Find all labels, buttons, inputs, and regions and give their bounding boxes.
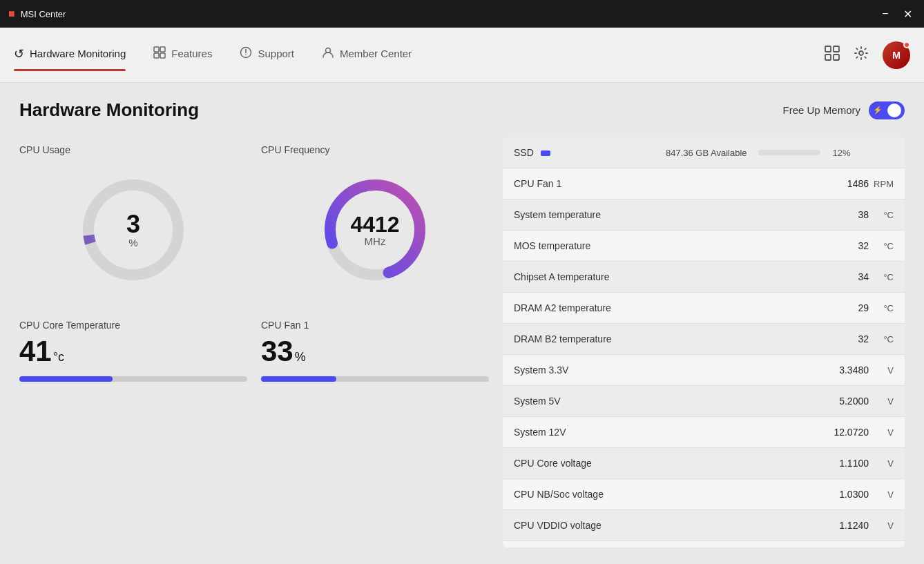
grid-icon[interactable] <box>825 46 840 64</box>
stat-unit: V <box>869 396 894 407</box>
cpu-core-temp-value-row: 41 °c <box>19 335 247 368</box>
nav-right: M <box>825 41 910 69</box>
free-memory-label: Free Up Memory <box>782 104 860 116</box>
stat-row: System 12V 12.0720 V <box>503 417 905 448</box>
ssd-available: 847.36 GB Available <box>666 148 747 158</box>
cpu-frequency-card: CPU Frequency <box>261 137 489 306</box>
stat-unit: °C <box>869 272 894 282</box>
nav-item-features[interactable]: Features <box>153 46 212 64</box>
stat-unit: V <box>869 458 894 469</box>
cpu-fan1-widget-unit: % <box>295 350 306 364</box>
avatar[interactable]: M <box>883 41 910 69</box>
stat-name: System 5V <box>514 396 666 407</box>
svg-point-11 <box>859 51 863 55</box>
stat-value: 5.2000 <box>820 396 869 407</box>
title-bar-controls: − ✕ <box>877 8 916 21</box>
cpu-usage-value: 3 <box>126 212 140 237</box>
stat-unit: °C <box>869 303 894 313</box>
settings-icon[interactable] <box>854 46 869 64</box>
stat-row: MOS temperature 32 °C <box>503 231 905 262</box>
stat-value: 1.1240 <box>820 520 869 531</box>
ssd-bar-bg <box>758 150 820 155</box>
stat-row: System temperature 38 °C <box>503 200 905 231</box>
minimize-button[interactable]: − <box>877 8 894 21</box>
cpu-fan1-widget-bar-fill <box>261 376 336 382</box>
free-memory-toggle[interactable]: ⚡ <box>869 101 905 119</box>
stat-name: System 3.3V <box>514 364 666 376</box>
cpu-usage-unit: % <box>126 237 140 249</box>
stat-name: System temperature <box>514 209 666 220</box>
svg-rect-1 <box>160 47 165 52</box>
cpu-core-temp-bar-fill <box>19 376 113 382</box>
content-area: CPU Usage 3 % <box>19 137 905 547</box>
page-header: Hardware Monitoring Free Up Memory ⚡ <box>19 99 905 121</box>
svg-rect-8 <box>834 46 839 52</box>
svg-rect-0 <box>154 47 159 52</box>
stat-unit: °C <box>869 334 894 344</box>
avatar-dot <box>903 41 910 48</box>
stat-value: 34 <box>820 271 869 282</box>
cpu-core-temp-unit: °c <box>53 350 64 364</box>
bottom-metrics-row: CPU Core Temperature 41 °c CPU Fan 1 33 … <box>19 313 489 389</box>
cpu-core-temp-value: 41 <box>19 335 52 368</box>
support-icon <box>240 46 252 61</box>
stat-row: SSD 847.36 GB Available 12% <box>503 137 905 168</box>
stat-unit: V <box>869 427 894 438</box>
stat-unit: 12% <box>826 148 851 158</box>
cpu-core-temp-card: CPU Core Temperature 41 °c <box>19 313 247 389</box>
nav-item-hardware-monitoring[interactable]: ↺ Hardware Monitoring <box>14 46 126 64</box>
cpu-core-temp-bar-bg <box>19 376 247 382</box>
svg-rect-2 <box>154 53 159 58</box>
nav-label-hardware-monitoring: Hardware Monitoring <box>30 48 126 59</box>
stat-name: CPU VDDIO voltage <box>514 520 666 531</box>
stat-value: 1.0300 <box>820 489 869 500</box>
app-icon: ■ <box>8 8 15 20</box>
svg-point-5 <box>246 54 247 55</box>
hardware-monitoring-icon: ↺ <box>14 46 24 61</box>
cpu-usage-donut: 3 % <box>78 175 189 285</box>
cpu-frequency-label: CPU Frequency <box>261 144 489 155</box>
stat-row: DRAM A2 temperature 29 °C <box>503 293 905 324</box>
stat-value: 32 <box>820 240 869 251</box>
nav-left: ↺ Hardware Monitoring Features <box>14 46 412 64</box>
stat-name: SSD <box>514 147 666 158</box>
svg-rect-10 <box>834 55 839 60</box>
stat-unit: RPM <box>869 179 894 189</box>
stat-unit: °C <box>869 241 894 251</box>
stat-name: CPU NB/Soc voltage <box>514 489 666 500</box>
stat-row: DRAM B2 temperature 32 °C <box>503 324 905 355</box>
cpu-usage-center: 3 % <box>126 212 140 249</box>
stat-name: Chipset A temperature <box>514 271 666 282</box>
stat-name: DRAM B2 temperature <box>514 333 666 344</box>
page-title: Hardware Monitoring <box>19 99 199 121</box>
svg-rect-3 <box>160 53 165 58</box>
stat-unit: °C <box>869 210 894 220</box>
stat-name: CPU Core voltage <box>514 458 666 469</box>
cpu-usage-donut-container: 3 % <box>19 161 247 299</box>
cpu-frequency-donut: 4412 MHz <box>320 175 430 285</box>
cpu-fan1-widget-value: 33 <box>261 335 293 368</box>
stat-name: System 12V <box>514 427 666 438</box>
stat-unit: V <box>869 489 894 500</box>
stat-name: CPU Fan 1 <box>514 178 666 189</box>
cpu-usage-card: CPU Usage 3 % <box>19 137 247 306</box>
nav-item-support[interactable]: Support <box>240 46 294 64</box>
cpu-frequency-center: 4412 MHz <box>350 213 399 247</box>
stat-row: CPU VDDIO voltage 1.1240 V <box>503 510 905 541</box>
stat-unit: V <box>869 365 894 376</box>
title-bar-left: ■ MSI Center <box>8 8 66 20</box>
stat-row: CPU NB/Soc voltage 1.0300 V <box>503 479 905 510</box>
stat-value: 12.0720 <box>820 427 869 438</box>
nav-item-member-center[interactable]: Member Center <box>322 46 412 64</box>
stat-name: MOS temperature <box>514 240 666 251</box>
stat-row: CPU Core voltage 1.1100 V <box>503 448 905 479</box>
cpu-core-temp-label: CPU Core Temperature <box>19 320 247 331</box>
cpu-fan1-widget-card: CPU Fan 1 33 % <box>261 313 489 389</box>
member-center-icon <box>322 46 334 61</box>
stat-value: 29 <box>820 302 869 313</box>
gauges-row: CPU Usage 3 % <box>19 137 489 306</box>
close-button[interactable]: ✕ <box>899 8 916 21</box>
title-bar: ■ MSI Center − ✕ <box>0 0 924 28</box>
stat-value: 3.3480 <box>820 364 869 376</box>
stat-name: DRAM A2 temperature <box>514 302 666 313</box>
